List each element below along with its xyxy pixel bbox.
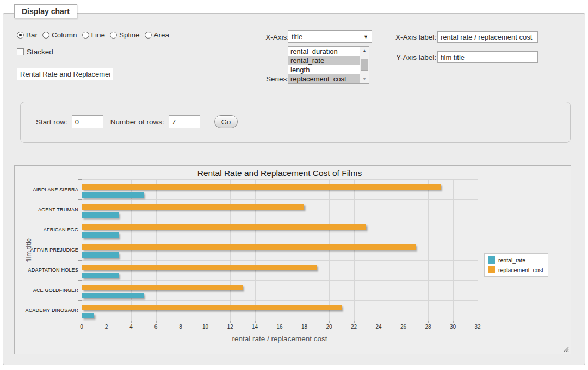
y-axis-label-input[interactable]: [437, 51, 538, 63]
radio-icon[interactable]: [110, 32, 117, 39]
bar-rental_rate: [82, 212, 119, 218]
scroll-up-icon[interactable]: ▲: [360, 47, 369, 55]
radio-icon[interactable]: [82, 32, 89, 39]
radio-icon[interactable]: [145, 32, 152, 39]
x-tick-label: 16: [271, 324, 288, 330]
x-tick-label: 14: [247, 324, 263, 330]
bar-rental_rate: [82, 273, 119, 279]
gridline-vertical: [280, 179, 280, 321]
radio-label: Spline: [119, 31, 140, 39]
chart: 02468101214161820222426283032AIRPLANE SI…: [14, 165, 571, 354]
num-rows-input[interactable]: [169, 115, 200, 128]
series-option-length[interactable]: length: [288, 65, 360, 74]
x-tick-label: 4: [123, 324, 139, 330]
bar-rental_rate: [82, 293, 144, 299]
scroll-down-icon[interactable]: ▼: [360, 75, 369, 83]
start-row-input[interactable]: [72, 115, 103, 128]
x-tick-label: 20: [321, 324, 337, 330]
x-axis-selected-value: title: [292, 33, 302, 41]
num-rows-label: Number of rows:: [110, 118, 164, 126]
gridline-vertical: [131, 179, 132, 321]
gridline-vertical: [255, 179, 256, 321]
category-label: ACE GOLDFINGER: [18, 287, 78, 293]
stacked-label: Stacked: [27, 48, 53, 56]
chart-legend: rental_ratereplacement_cost: [484, 253, 548, 277]
gridline-vertical: [107, 179, 107, 321]
gridline-horizontal: [82, 220, 478, 220]
gridline-horizontal: [82, 240, 478, 240]
series-option-replacement_cost[interactable]: replacement_cost: [288, 74, 360, 83]
gridline-vertical: [453, 179, 454, 321]
x-tick-label: 22: [346, 324, 362, 330]
x-tick-label: 18: [296, 324, 313, 330]
x-tick-label: 26: [395, 324, 412, 330]
gridline-vertical: [428, 179, 429, 321]
x-axis-select[interactable]: title ▼: [288, 30, 372, 43]
bar-replacement_cost: [82, 265, 317, 271]
series-listbox[interactable]: rental_durationrental_ratelengthreplacem…: [288, 46, 369, 84]
go-button[interactable]: Go: [214, 115, 238, 128]
chart-title-input[interactable]: [17, 68, 113, 80]
chart-type-radio-line[interactable]: Line: [82, 31, 106, 39]
legend-swatch-icon: [488, 256, 495, 264]
series-option-rental_rate[interactable]: rental_rate: [288, 56, 360, 65]
bar-replacement_cost: [82, 184, 441, 190]
gridline-horizontal: [82, 280, 478, 281]
gridline-vertical: [206, 179, 206, 321]
x-axis-title: rental rate / replacement cost: [82, 335, 478, 343]
legend-label: rental_rate: [498, 257, 525, 264]
gridline-vertical: [230, 179, 231, 321]
radio-label: Line: [91, 31, 106, 39]
x-tick-label: 12: [222, 324, 238, 330]
gridline-horizontal: [82, 179, 478, 180]
x-tick-label: 32: [469, 324, 486, 330]
radio-icon[interactable]: [42, 32, 49, 39]
series-option-rental_duration[interactable]: rental_duration: [288, 47, 360, 56]
x-axis-tick: [478, 321, 478, 323]
radio-icon[interactable]: [17, 32, 24, 39]
x-axis-line: [82, 321, 478, 321]
scrollbar-thumb[interactable]: [361, 59, 368, 71]
x-tick-label: 30: [445, 324, 461, 330]
listbox-scrollbar[interactable]: ▲ ▼: [360, 47, 369, 83]
bar-replacement_cost: [82, 244, 416, 250]
stacked-checkbox-row[interactable]: Stacked: [17, 48, 53, 56]
x-axis-select-label: X-Axis:: [256, 33, 289, 41]
chart-type-radio-group: BarColumnLineSplineArea: [17, 31, 169, 39]
x-tick-label: 6: [148, 324, 164, 330]
radio-label: Bar: [26, 31, 38, 39]
series-options: rental_durationrental_ratelengthreplacem…: [288, 47, 360, 83]
bar-rental_rate: [82, 313, 94, 319]
y-axis-title: film title: [24, 223, 33, 277]
stacked-checkbox[interactable]: [17, 48, 24, 55]
legend-swatch-icon: [488, 266, 495, 273]
gridline-vertical: [354, 179, 355, 321]
bar-rental_rate: [82, 252, 119, 258]
x-tick-label: 10: [197, 324, 214, 330]
gridline-vertical: [478, 179, 478, 321]
category-label: AGENT TRUMAN: [18, 207, 78, 212]
chart-type-radio-area[interactable]: Area: [145, 31, 170, 39]
start-row-label: Start row:: [36, 118, 67, 126]
chart-type-radio-spline[interactable]: Spline: [110, 31, 140, 39]
x-tick-label: 2: [98, 324, 115, 330]
gridline-horizontal: [82, 260, 478, 261]
radio-label: Column: [52, 31, 77, 39]
legend-entry-rental_rate: rental_rate: [488, 256, 543, 264]
chart-type-radio-column[interactable]: Column: [42, 31, 77, 39]
bar-replacement_cost: [82, 285, 243, 291]
category-label: AIRPLANE SIERRA: [18, 187, 78, 192]
page: Display chart BarColumnLineSplineArea St…: [0, 0, 588, 370]
gridline-vertical: [379, 179, 379, 321]
row-range-box: Start row: Number of rows: Go: [20, 102, 571, 143]
series-list-label: Series:: [256, 75, 289, 83]
chart-type-radio-bar[interactable]: Bar: [17, 31, 38, 39]
x-axis-label-input[interactable]: [437, 31, 538, 43]
y-axis-label-field-label: Y-Axis label:: [391, 53, 436, 61]
gridline-vertical: [404, 179, 404, 321]
gridline-horizontal: [82, 199, 478, 200]
gridline-vertical: [156, 179, 157, 321]
legend-entry-replacement_cost: replacement_cost: [488, 266, 543, 273]
resize-grip-icon[interactable]: [564, 347, 569, 352]
category-label: ACADEMY DINOSAUR: [18, 308, 78, 313]
